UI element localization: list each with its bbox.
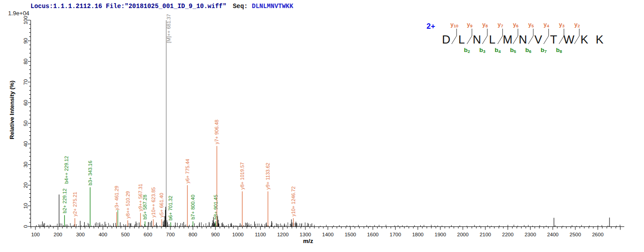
peptide-residue: K (596, 33, 604, 46)
x-tick-label: 2600 (592, 232, 604, 237)
b-ion-label: b3 (479, 47, 486, 54)
x-tick-label: 1100 (255, 232, 266, 237)
x-tick-label: 2100 (479, 232, 491, 237)
peak-label: b4++ 229.12 (64, 156, 69, 184)
y-ion-label: y8 (482, 21, 488, 28)
peak-label: y7+ 906.48 (214, 120, 219, 144)
x-tick-label: 800 (189, 232, 197, 237)
y-ion-label: y10 (450, 21, 458, 28)
y-ion-label: y3 (559, 21, 565, 28)
axes: 0102030405060708090100100200300400500600… (23, 16, 624, 237)
y-tick-label: 20 (23, 182, 28, 188)
x-tick-label: 400 (99, 232, 107, 237)
x-tick-label: 600 (144, 232, 152, 237)
peak-label: y8++ 510.29 (125, 191, 131, 218)
ms2-spectrum-viewer: Locus:1.1.1.2112.16 File:"20181025_001_I… (0, 0, 644, 252)
peak-label: b5+ 587.28 (142, 195, 148, 219)
peak-label: y2+ 275.21 (72, 192, 78, 217)
x-tick-label: 2000 (457, 232, 469, 237)
y-tick-label: 0 (23, 225, 28, 228)
x-tick-label: 1800 (412, 232, 424, 237)
x-tick-label: 1900 (435, 232, 446, 237)
precursor-charge-label: 2+ (426, 22, 435, 30)
y-tick-label: 90 (23, 38, 28, 44)
y-tick-label: 80 (23, 59, 28, 65)
labeled-peaks: b2+ 229.12b4++ 229.12y2+ 275.21b3+ 343.1… (62, 14, 296, 226)
x-tick-label: 500 (121, 232, 130, 237)
peak-label: y3+ 461.29 (114, 186, 119, 210)
peak-label: y6+ 775.44 (185, 159, 190, 183)
fragment-cleavage-mark (528, 29, 533, 44)
x-tick-label: 2500 (570, 232, 581, 237)
peak-label: b3+ 343.16 (87, 161, 93, 185)
peptide-fragment-panel: 2+DLNLMNVTWKKy10y9y8y7y6y5y4y3y2b2b3b4b5… (426, 21, 604, 54)
peak-label: y8+ 1019.57 (239, 162, 245, 190)
b-ion-label: b6 (525, 47, 531, 54)
fragment-cleavage-mark (513, 29, 518, 44)
peptide-residue: T (550, 33, 557, 46)
x-tick-label: 300 (76, 232, 85, 237)
x-tick-label: 700 (166, 232, 174, 237)
x-tick-label: 100 (31, 232, 39, 237)
y-tick-label: 10 (23, 203, 28, 209)
noise-peaks (36, 222, 620, 226)
x-tick-label: 200 (54, 232, 62, 237)
fragment-cleavage-mark (483, 29, 487, 44)
x-tick-label: 2200 (502, 232, 514, 237)
y-ion-label: y2 (574, 21, 580, 28)
y-tick-label: 100 (23, 16, 28, 24)
fragment-cleavage-mark (452, 29, 457, 44)
b-ion-label: b4 (495, 47, 501, 54)
x-tick-label: 1700 (390, 232, 401, 237)
y-ion-label: y6 (513, 21, 519, 28)
peptide-residue: L (489, 33, 495, 46)
y-tick-label: 30 (23, 162, 28, 168)
b-ion-label: b7 (541, 47, 547, 54)
peptide-residue: N (473, 33, 481, 46)
y-ion-label: y4 (544, 21, 549, 28)
fragment-cleavage-mark (467, 29, 472, 44)
x-tick-label: 1000 (232, 232, 244, 237)
peak-label: b6+ 701.32 (168, 196, 173, 220)
y-ion-label: y5 (528, 21, 534, 28)
fragment-cleavage-mark (498, 29, 503, 44)
peak-label: y9+ 1133.62 (265, 163, 270, 190)
peptide-residue: M (503, 33, 513, 46)
peak-label: b7+ 800.40 (190, 195, 196, 219)
x-tick-label: 1300 (300, 232, 311, 237)
b-ion-label: b8 (556, 47, 562, 54)
y-tick-label: 60 (23, 100, 28, 106)
b-ion-label: b5 (510, 47, 516, 54)
y-tick-label: 50 (23, 121, 28, 126)
peak-label: y5+ 661.40 (159, 193, 164, 217)
peptide-residue: N (519, 33, 527, 46)
y-ion-label: y9 (467, 21, 473, 28)
y-tick-label: 40 (23, 141, 28, 147)
y-tick-label: 70 (23, 79, 28, 85)
peptide-residue: D (442, 33, 451, 46)
peak-label: b8+ 901.45 (213, 195, 218, 219)
fragment-cleavage-mark (574, 29, 579, 44)
y-ion-label: y7 (497, 21, 503, 28)
peptide-residue: L (458, 33, 465, 46)
x-tick-label: 1500 (344, 232, 356, 237)
x-tick-label: 1200 (277, 232, 289, 237)
spectrum-plot-area[interactable]: 0102030405060708090100100200300400500600… (0, 0, 644, 252)
x-tick-label: 2300 (525, 232, 536, 237)
b-ion-label: b2 (464, 47, 470, 54)
peptide-residue: W (563, 33, 574, 46)
peptide-residue: V (535, 33, 543, 46)
x-tick-label: 1400 (322, 232, 334, 237)
fragment-cleavage-mark (544, 29, 548, 44)
x-tick-label: 1600 (367, 232, 379, 237)
peak-label: b2+ 229.12 (62, 188, 67, 213)
peak-label: y10+ 1246.72 (291, 187, 296, 217)
x-tick-label: 2400 (547, 232, 559, 237)
peak-label: [M]++ 681.37 (166, 14, 171, 43)
peptide-residue: K (580, 33, 588, 46)
peak-label: y10++ 623.85 (151, 187, 156, 217)
x-tick-label: 900 (211, 232, 220, 237)
